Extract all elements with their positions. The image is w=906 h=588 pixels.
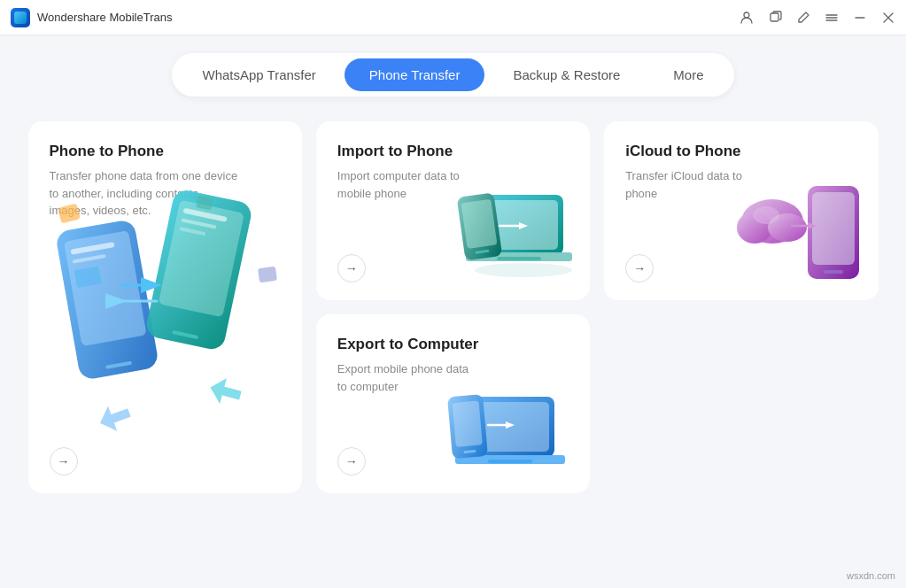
export-illustration (439, 361, 581, 480)
card-icloud-arrow[interactable]: → (625, 254, 654, 282)
svg-marker-24 (206, 375, 244, 408)
title-bar-left: Wondershare MobileTrans (11, 8, 172, 27)
title-bar: Wondershare MobileTrans (0, 0, 906, 35)
card-icloud-title: iCloud to Phone (625, 143, 856, 160)
svg-marker-23 (95, 400, 133, 436)
card-phone-to-phone-title: Phone to Phone (50, 143, 281, 160)
svg-rect-20 (58, 203, 81, 223)
svg-point-0 (744, 12, 749, 18)
svg-rect-35 (812, 192, 855, 265)
main-content: WhatsApp Transfer Phone Transfer Backup … (0, 35, 906, 588)
menu-icon[interactable] (825, 11, 839, 25)
cards-grid: Phone to Phone Transfer phone data from … (28, 121, 879, 493)
nav-tabs: WhatsApp Transfer Phone Transfer Backup … (172, 53, 733, 97)
svg-rect-36 (824, 270, 843, 274)
phone-to-phone-illustration (46, 179, 293, 445)
card-phone-to-phone[interactable]: Phone to Phone Transfer phone data from … (28, 121, 302, 493)
app-icon (11, 8, 30, 27)
card-export-title: Export to Computer (337, 336, 569, 353)
card-export-arrow[interactable]: → (337, 447, 366, 476)
card-import-to-phone[interactable]: Import to Phone Import computer data to … (316, 121, 590, 300)
card-import-arrow[interactable]: → (337, 254, 366, 282)
card-import-title: Import to Phone (337, 143, 569, 160)
close-icon[interactable] (881, 11, 895, 25)
app-icon-inner (14, 12, 27, 24)
svg-point-25 (475, 263, 572, 277)
tab-whatsapp[interactable]: WhatsApp Transfer (177, 58, 340, 91)
tab-more[interactable]: More (648, 58, 728, 91)
app-title: Wondershare MobileTrans (37, 11, 172, 24)
svg-rect-22 (257, 267, 276, 283)
card-icloud-to-phone[interactable]: iCloud to Phone Transfer iCloud data to … (604, 121, 878, 300)
icloud-illustration (728, 168, 870, 287)
card-export-to-computer[interactable]: Export to Computer Export mobile phone d… (316, 314, 590, 493)
edit-icon[interactable] (796, 11, 810, 25)
account-icon[interactable] (740, 11, 754, 25)
tab-phone[interactable]: Phone Transfer (345, 58, 485, 91)
card-phone-to-phone-arrow[interactable]: → (50, 447, 78, 476)
svg-rect-47 (453, 400, 483, 446)
tab-backup[interactable]: Backup & Restore (488, 58, 645, 91)
svg-rect-1 (770, 13, 778, 21)
duplicate-icon[interactable] (768, 11, 782, 25)
svg-rect-31 (461, 199, 498, 249)
title-bar-controls (740, 11, 895, 25)
watermark: wsxdn.com (847, 570, 895, 581)
svg-rect-45 (488, 460, 532, 463)
svg-point-40 (753, 206, 779, 224)
svg-rect-29 (497, 257, 541, 260)
import-illustration (448, 168, 581, 287)
minimize-icon[interactable] (853, 11, 867, 25)
